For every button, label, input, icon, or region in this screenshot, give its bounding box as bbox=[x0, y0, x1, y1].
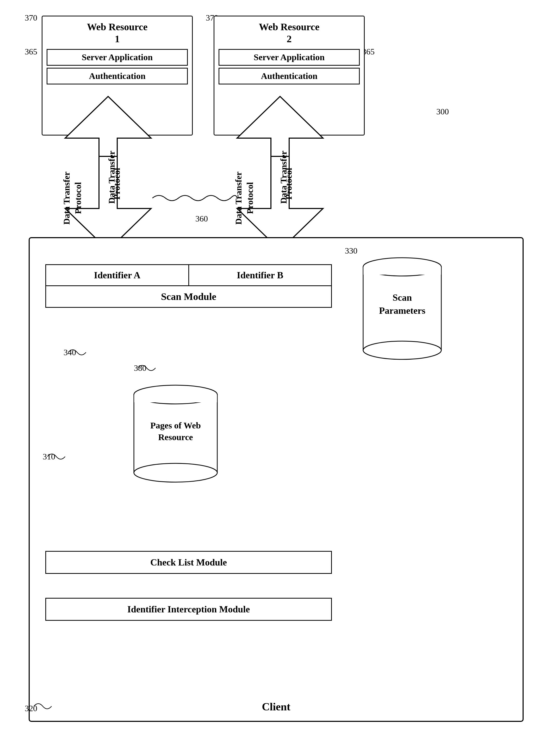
scan-params-svg: Scan Parameters bbox=[358, 254, 446, 363]
ref-310: 310 bbox=[43, 452, 55, 462]
svg-text:Protocol: Protocol bbox=[284, 168, 294, 200]
ref-320: 320 bbox=[25, 704, 37, 713]
identifier-a: Identifier A bbox=[46, 265, 189, 285]
svg-text:Resource: Resource bbox=[158, 432, 193, 442]
svg-text:Protocol: Protocol bbox=[112, 168, 122, 200]
ref-330: 330 bbox=[345, 246, 358, 256]
svg-rect-18 bbox=[364, 267, 441, 275]
client-inner-svg bbox=[30, 238, 525, 723]
identifier-b: Identifier B bbox=[189, 265, 331, 285]
dtp-label-right: Data Transfer Protocol bbox=[224, 155, 265, 241]
client-box: Identifier A Identifier B Scan Module Sc… bbox=[29, 237, 524, 722]
diagram-container: 370 370 365 365 Web Resource 1 Server Ap… bbox=[21, 10, 531, 745]
identifier-row: Identifier A Identifier B bbox=[46, 265, 331, 286]
svg-rect-24 bbox=[134, 395, 217, 402]
scan-parameters-cylinder: Scan Parameters bbox=[358, 254, 446, 364]
svg-text:Pages of Web: Pages of Web bbox=[150, 420, 201, 430]
ref-380: 380 bbox=[134, 363, 146, 373]
identifier-interception-module: Identifier Interception Module bbox=[45, 598, 332, 621]
svg-point-23 bbox=[134, 463, 217, 482]
dtp-label-left: Data Transfer Protocol bbox=[51, 155, 93, 241]
svg-text:Scan: Scan bbox=[393, 292, 412, 303]
pages-svg: Pages of Web Resource bbox=[129, 382, 223, 486]
client-label: Client bbox=[262, 701, 290, 713]
ref-300: 300 bbox=[436, 107, 449, 117]
check-list-module: Check List Module bbox=[45, 551, 332, 574]
ref-340: 340 bbox=[63, 348, 76, 357]
svg-text:Parameters: Parameters bbox=[379, 305, 425, 316]
svg-point-17 bbox=[363, 341, 441, 359]
pages-cylinder: Pages of Web Resource bbox=[129, 382, 223, 487]
scan-module-container: Identifier A Identifier B Scan Module bbox=[45, 264, 332, 308]
scan-module-label: Scan Module bbox=[46, 286, 331, 307]
svg-text:360: 360 bbox=[195, 214, 208, 223]
